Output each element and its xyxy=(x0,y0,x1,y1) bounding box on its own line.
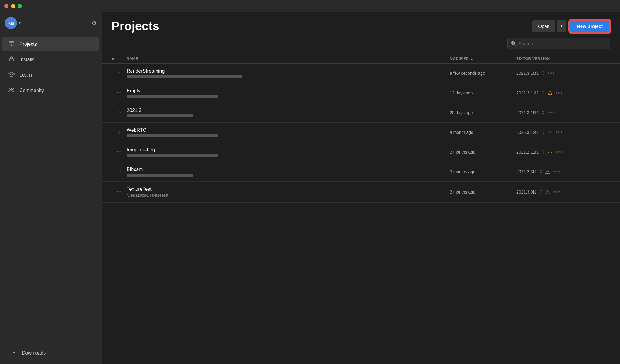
table-row[interactable]: ☆ Bibcam 3 months ago 2021.2.3f1 ▲▼ ⚠ ••… xyxy=(102,162,620,182)
table-row[interactable]: ☆ template-hdrp 3 months ago 2021.2.11f1… xyxy=(102,142,620,162)
version-col: 2021.3.16f1 ▲▼ ••• xyxy=(516,110,595,116)
col-header-name[interactable]: NAME xyxy=(127,57,450,61)
more-menu-icon[interactable]: ••• xyxy=(555,90,563,96)
sidebar-item-installs-label: Installs xyxy=(19,57,35,62)
open-dropdown-button[interactable]: ▾ xyxy=(557,20,566,32)
star-icon[interactable]: ☆ xyxy=(117,168,122,175)
version-sort-icon[interactable]: ▲▼ xyxy=(542,149,545,155)
main-content: Projects Open ▾ New project 🔍 ★ NAME xyxy=(102,12,620,364)
search-input[interactable] xyxy=(507,38,610,49)
project-name: template-hdrp xyxy=(127,147,450,153)
download-icon xyxy=(10,349,18,357)
more-menu-icon[interactable]: ••• xyxy=(548,70,555,77)
table-row[interactable]: ☆ Empty 12 days ago 2021.3.11f1 ▲▼ ⚠ ••• xyxy=(102,83,620,103)
sidebar-item-downloads[interactable]: Downloads xyxy=(5,346,97,360)
version-text: 2021.2.11f1 xyxy=(516,150,539,154)
minimize-button[interactable] xyxy=(11,4,15,8)
col-header-modified[interactable]: MODIFIED ▲ xyxy=(450,57,516,61)
table-row[interactable]: ☆ TextureTest /Users/kazuki/TextureTest … xyxy=(102,182,620,203)
project-name-col: TextureTest /Users/kazuki/TextureTest xyxy=(127,187,450,197)
more-menu-icon[interactable]: ••• xyxy=(553,189,561,195)
project-name: RenderStreaming~ xyxy=(127,68,450,74)
project-name: TextureTest xyxy=(127,187,450,192)
version-col: 2021.3.16f1 ▲▼ ••• xyxy=(516,70,595,77)
version-text: 2020.3.42f1 xyxy=(516,130,539,135)
project-path-text: /Users/kazuki/TextureTest xyxy=(127,193,450,197)
version-sort-icon[interactable]: ▲▼ xyxy=(539,169,542,175)
project-name-col: RenderStreaming~ xyxy=(127,68,450,78)
svg-marker-5 xyxy=(9,72,14,75)
table-row[interactable]: ☆ 2021.3 20 days ago 2021.3.16f1 ▲▼ ••• xyxy=(102,103,620,123)
warning-icon: ⚠ xyxy=(545,189,550,195)
version-sort-icon[interactable]: ▲▼ xyxy=(542,110,545,116)
svg-line-3 xyxy=(12,42,14,43)
more-menu-icon[interactable]: ••• xyxy=(553,169,561,175)
sidebar-header: KM ▾ ⚙ xyxy=(0,12,102,33)
col-header-version[interactable]: EDITOR VERSION xyxy=(516,57,595,61)
star-col: ☆ xyxy=(112,90,127,96)
modified-col: a month ago xyxy=(450,130,516,135)
project-name-col: template-hdrp xyxy=(127,147,450,157)
search-section: 🔍 xyxy=(102,38,620,54)
open-button[interactable]: Open xyxy=(532,20,555,32)
topbar-actions: Open ▾ New project xyxy=(532,20,610,33)
star-icon[interactable]: ☆ xyxy=(117,109,122,116)
more-menu-icon[interactable]: ••• xyxy=(555,149,563,155)
star-icon[interactable]: ☆ xyxy=(117,189,122,195)
sidebar-nav: Projects Installs xyxy=(0,33,102,342)
col-header-star: ★ xyxy=(112,57,127,61)
new-project-button[interactable]: New project xyxy=(569,20,610,33)
sidebar-item-community[interactable]: Community xyxy=(2,83,99,98)
star-icon[interactable]: ☆ xyxy=(117,129,122,136)
star-col: ☆ xyxy=(112,149,127,155)
version-text: 2021.3.16f1 xyxy=(516,71,539,76)
projects-table: ☆ RenderStreaming~ a few seconds ago 202… xyxy=(102,64,620,364)
maximize-button[interactable] xyxy=(18,4,22,8)
version-sort-icon[interactable]: ▲▼ xyxy=(542,129,545,135)
more-menu-icon[interactable]: ••• xyxy=(555,129,563,136)
sidebar-item-projects-label: Projects xyxy=(19,41,37,47)
table-row[interactable]: ☆ WebRTC~ a month ago 2020.3.42f1 ▲▼ ⚠ •… xyxy=(102,123,620,142)
version-col: 2021.3.11f1 ▲▼ ⚠ ••• xyxy=(516,90,595,96)
settings-icon[interactable]: ⚙ xyxy=(92,20,97,26)
version-sort-icon[interactable]: ▲▼ xyxy=(542,90,545,96)
project-path xyxy=(127,154,218,157)
star-icon[interactable]: ☆ xyxy=(117,70,122,77)
sidebar: KM ▾ ⚙ Projects xyxy=(0,12,102,364)
star-icon[interactable]: ☆ xyxy=(117,149,122,155)
project-name-col: WebRTC~ xyxy=(127,127,450,137)
topbar: Projects Open ▾ New project xyxy=(102,12,620,38)
modified-col: 12 days ago xyxy=(450,91,516,95)
table-header: ★ NAME MODIFIED ▲ EDITOR VERSION xyxy=(102,54,620,64)
more-menu-icon[interactable]: ••• xyxy=(548,110,555,116)
star-col: ☆ xyxy=(112,129,127,136)
table-row[interactable]: ☆ RenderStreaming~ a few seconds ago 202… xyxy=(102,64,620,83)
sidebar-item-installs[interactable]: Installs xyxy=(2,52,99,67)
modified-col: 20 days ago xyxy=(450,110,516,115)
user-dropdown-icon[interactable]: ▾ xyxy=(19,21,21,25)
titlebar xyxy=(0,0,620,12)
sidebar-item-projects[interactable]: Projects xyxy=(2,37,99,51)
version-sort-icon[interactable]: ▲▼ xyxy=(539,189,542,195)
modified-col: 3 months ago xyxy=(450,169,516,174)
version-sort-icon[interactable]: ▲▼ xyxy=(542,70,545,76)
close-button[interactable] xyxy=(4,4,8,8)
project-path xyxy=(127,95,218,98)
project-path xyxy=(127,134,218,137)
graduation-cap-icon xyxy=(8,71,15,79)
modified-col: a few seconds ago xyxy=(450,71,516,76)
sidebar-item-learn[interactable]: Learn xyxy=(2,68,99,82)
version-text: 2021.3.0f1 xyxy=(516,190,536,194)
people-icon xyxy=(8,87,15,94)
cube-icon xyxy=(8,40,15,48)
version-col: 2021.2.11f1 ▲▼ ⚠ ••• xyxy=(516,149,595,155)
star-icon[interactable]: ☆ xyxy=(117,90,122,96)
sidebar-item-learn-label: Learn xyxy=(19,72,32,78)
warning-icon: ⚠ xyxy=(548,149,552,155)
star-col: ☆ xyxy=(112,189,127,195)
project-name-col: Bibcam xyxy=(127,167,450,177)
version-col: 2021.3.0f1 ▲▼ ⚠ ••• xyxy=(516,189,595,195)
user-section[interactable]: KM ▾ xyxy=(5,17,21,29)
svg-point-8 xyxy=(12,88,14,90)
svg-point-7 xyxy=(10,88,12,90)
